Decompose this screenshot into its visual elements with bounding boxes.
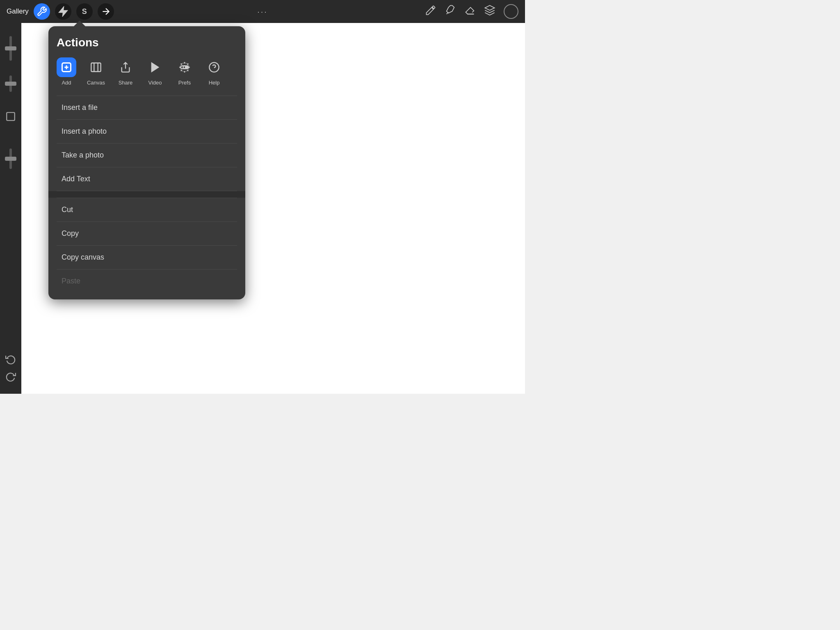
select-icon: S [82, 7, 87, 16]
flow-slider-track[interactable] [9, 148, 12, 169]
size-slider-track[interactable] [9, 36, 12, 61]
brush-icon [425, 5, 436, 16]
tab-prefs[interactable]: Prefs [175, 57, 194, 86]
share-tab-icon [116, 57, 135, 77]
smudge-icon [445, 5, 456, 16]
tab-help[interactable]: Help [204, 57, 224, 86]
add-tab-label: Add [62, 80, 71, 86]
opacity-slider-track[interactable] [9, 75, 12, 92]
selection-icon [5, 111, 16, 122]
share-icon [120, 62, 131, 73]
copy-canvas-button[interactable]: Copy canvas [57, 246, 237, 269]
prefs-tab-icon [175, 57, 194, 77]
popup-arrow [74, 21, 85, 26]
lightning-icon [58, 6, 68, 17]
help-icon [208, 62, 220, 73]
modify-button[interactable] [55, 3, 71, 20]
eraser-button[interactable] [464, 5, 476, 18]
add-icon [61, 62, 72, 73]
toolbar-left: Gallery S [7, 3, 114, 20]
svg-point-15 [185, 66, 188, 68]
move-button[interactable] [98, 3, 114, 20]
opacity-slider[interactable] [9, 75, 12, 92]
size-slider-handle[interactable] [5, 46, 16, 50]
redo-button[interactable] [3, 369, 18, 384]
insert-file-button[interactable]: Insert a file [57, 96, 237, 119]
actions-button[interactable] [34, 3, 50, 20]
copy-button[interactable]: Copy [57, 222, 237, 245]
undo-redo-group [3, 352, 18, 384]
tab-add[interactable]: Add [57, 57, 76, 86]
popup-title: Actions [57, 36, 237, 49]
toolbar-center: ··· [257, 7, 268, 16]
smudge-button[interactable] [445, 5, 456, 18]
video-tab-icon [145, 57, 165, 77]
take-photo-button[interactable]: Take a photo [57, 144, 237, 167]
prefs-icon [179, 62, 190, 73]
layers-button[interactable] [484, 5, 495, 18]
more-options-icon[interactable]: ··· [257, 7, 268, 16]
brush-button[interactable] [425, 5, 436, 18]
opacity-slider-handle[interactable] [5, 82, 16, 86]
tab-canvas[interactable]: Canvas [86, 57, 106, 86]
tab-video[interactable]: Video [145, 57, 165, 86]
move-icon [100, 6, 111, 17]
add-text-button[interactable]: Add Text [57, 167, 237, 191]
svg-marker-11 [152, 63, 158, 72]
share-tab-label: Share [119, 80, 133, 86]
undo-icon [5, 354, 16, 365]
canvas-icon [90, 62, 102, 73]
selection-tool[interactable] [3, 109, 18, 124]
svg-rect-9 [91, 63, 100, 72]
svg-rect-5 [7, 112, 15, 121]
select-button[interactable]: S [76, 3, 93, 20]
tab-share[interactable]: Share [116, 57, 135, 86]
paste-button[interactable]: Paste [57, 269, 237, 293]
video-tab-label: Video [148, 80, 162, 86]
actions-tabs: Add Canvas [57, 57, 237, 87]
canvas-area[interactable]: Actions Add [21, 23, 525, 394]
actions-popup: Actions Add [48, 26, 245, 299]
color-picker-button[interactable] [504, 4, 518, 19]
prefs-tab-label: Prefs [178, 80, 191, 86]
top-toolbar: Gallery S ··· [0, 0, 525, 23]
redo-icon [5, 371, 16, 382]
section-gap [48, 191, 245, 198]
layers-icon [484, 5, 495, 16]
wrench-icon [37, 6, 47, 17]
main-content: Actions Add [0, 23, 525, 394]
add-tab-icon [57, 57, 76, 77]
left-sidebar [0, 23, 21, 394]
flow-slider-handle[interactable] [5, 157, 16, 161]
canvas-tab-icon [86, 57, 106, 77]
cut-button[interactable]: Cut [57, 198, 237, 221]
gallery-label[interactable]: Gallery [7, 7, 29, 16]
svg-marker-0 [59, 7, 67, 16]
undo-button[interactable] [3, 352, 18, 367]
canvas-tab-label: Canvas [87, 80, 105, 86]
flow-slider[interactable] [9, 148, 12, 169]
brush-size-slider[interactable] [9, 36, 12, 61]
insert-photo-button[interactable]: Insert a photo [57, 120, 237, 143]
svg-marker-4 [485, 5, 494, 10]
eraser-icon [464, 5, 476, 16]
toolbar-right [425, 4, 518, 19]
help-tab-icon [204, 57, 224, 77]
help-tab-label: Help [209, 80, 220, 86]
video-icon [149, 62, 161, 73]
